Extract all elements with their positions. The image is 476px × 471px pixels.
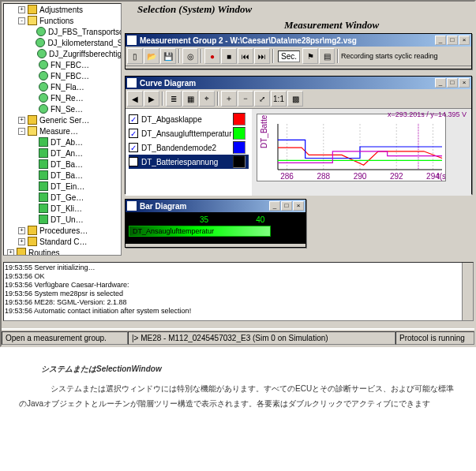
service-icon — [39, 215, 48, 224]
status-line: 19:53:56 Verfügbare Caesar-Hardware: — [5, 281, 472, 290]
record-icon[interactable]: ● — [204, 48, 220, 64]
signal-row[interactable]: ✓DT_Abgasklappe — [129, 112, 249, 126]
tree-item[interactable]: +Generic Ser… — [4, 114, 121, 125]
tree-item[interactable]: +Procedures… — [4, 225, 121, 236]
bar-titlebar[interactable]: Bar Diagram _ □ × — [126, 200, 305, 212]
measurement-titlebar[interactable]: Measurement Group 2 - W:\Caesar\Data\me2… — [126, 34, 471, 47]
close-button[interactable]: × — [293, 201, 304, 211]
zoom-100-icon[interactable]: 1:1 — [271, 91, 287, 107]
tree-item[interactable]: -Functions — [4, 15, 121, 26]
tree-item[interactable]: DT_Kli… — [4, 203, 121, 214]
curve-diagram-window[interactable]: Curve Diagram _ □ × ◀ ▶ ≣ ▦ ⌖ ＋ － ⤢ 1:1 — [125, 76, 472, 194]
zoom-out-icon[interactable]: － — [238, 91, 253, 107]
checkbox[interactable]: ✓ — [129, 143, 138, 152]
signal-row[interactable]: ✓DT_Ansauglufttemperatur — [129, 126, 249, 140]
tree-item[interactable]: DT_Ein… — [4, 181, 121, 192]
tree-item[interactable]: DJ_FBS_Transportschutz… — [4, 26, 121, 37]
tree-label: DJ_FBS_Transportschutz… — [48, 28, 121, 36]
maximize-button[interactable]: □ — [281, 201, 292, 211]
minimize-button[interactable]: _ — [269, 201, 280, 211]
tree-expander[interactable]: - — [18, 128, 25, 135]
tree-item[interactable]: DT_Ba… — [4, 170, 121, 181]
tree-item[interactable]: DJ_Zugriffsberechtigung — [4, 48, 121, 59]
maximize-button[interactable]: □ — [447, 36, 458, 45]
tree-item[interactable]: FN_Fla… — [4, 81, 121, 92]
ecu-button[interactable]: |> ME28 - M112_0245457032_E3 (Sim 0 on S… — [128, 331, 395, 345]
tree-expander[interactable]: + — [18, 227, 25, 234]
rewind-icon[interactable]: ⏮ — [238, 48, 253, 64]
nav-back-icon[interactable]: ◀ — [127, 91, 143, 107]
signal-row[interactable]: DT_Batteriespannung — [129, 155, 249, 169]
curve-titlebar[interactable]: Curve Diagram _ □ × — [126, 77, 471, 89]
tree-item[interactable]: +Standard C… — [4, 236, 121, 247]
close-button[interactable]: × — [459, 36, 470, 45]
props-icon[interactable]: ▦ — [182, 91, 198, 107]
tree-item[interactable]: FN_Re… — [4, 92, 121, 103]
forward-icon[interactable]: ⏭ — [254, 48, 270, 64]
tree-item[interactable]: +Routines — [4, 247, 121, 256]
bar-diagram-window[interactable]: Bar Diagram _ □ × 35 40 DT_Ansauglufttem… — [125, 199, 306, 248]
tree-item[interactable]: DJ_kilometerstand_Seit_Fe… — [4, 37, 121, 48]
signal-color-swatch[interactable] — [233, 141, 245, 154]
tree-item[interactable]: DT_Ab… — [4, 136, 121, 148]
nav-fwd-icon[interactable]: ▶ — [144, 91, 159, 107]
tree-expander[interactable]: + — [18, 117, 25, 124]
signal-list[interactable]: ✓DT_Abgasklappe✓DT_Ansauglufttemperatur✓… — [126, 109, 252, 196]
status-line: 19:53:56 Automatic contact initiation af… — [5, 307, 472, 316]
folder-icon — [28, 237, 37, 246]
signal-row[interactable]: ✓DT_Bandendemode2 — [129, 140, 249, 155]
tree-expander[interactable]: + — [7, 249, 14, 256]
tree-item[interactable]: FN_FBC… — [4, 70, 121, 81]
tree-item[interactable]: +Adjustments — [4, 4, 121, 15]
tree-expander[interactable]: - — [18, 17, 25, 24]
tree-label: DT_Kli… — [51, 204, 82, 213]
scrollbar-vertical[interactable] — [462, 263, 473, 320]
checkbox[interactable]: ✓ — [129, 114, 138, 124]
tree-label: Standard C… — [39, 237, 88, 246]
curve-title-icon — [127, 78, 137, 88]
tree-expander[interactable]: + — [18, 6, 25, 13]
tree-label: DT_Un… — [51, 215, 84, 224]
tree-item[interactable]: DT_Ge… — [4, 192, 121, 203]
grid-icon[interactable]: ▩ — [287, 91, 303, 107]
cursor-icon[interactable]: ⌖ — [199, 91, 215, 107]
zoom-in-icon[interactable]: ＋ — [221, 91, 237, 107]
open-icon[interactable]: 📂 — [144, 48, 159, 64]
zoom-fit-icon[interactable]: ⤢ — [254, 91, 270, 107]
curve-chart[interactable]: x=293.201s / y=14.395 V 286288290292294t… — [252, 109, 471, 196]
tree-item[interactable]: FN_FBC… — [4, 59, 121, 70]
checkbox[interactable]: ✓ — [129, 129, 138, 138]
checkbox[interactable] — [129, 157, 138, 166]
maximize-button[interactable]: □ — [447, 78, 458, 88]
signal-color-swatch[interactable] — [233, 155, 245, 168]
protocol-status: Protocol is running — [395, 331, 474, 345]
tree-label: Routines — [28, 249, 59, 256]
tree-item[interactable]: DT_Un… — [4, 214, 121, 225]
minimize-button[interactable]: _ — [435, 78, 446, 88]
tree-item[interactable]: DT_An… — [4, 148, 121, 159]
status-window[interactable]: 19:53:55 Server initializing…19:53:56 OK… — [3, 262, 474, 321]
status-line: 19:53:56 ME28: SGML-Version: 2.1.88 — [5, 298, 472, 307]
stop-icon[interactable]: ■ — [221, 48, 237, 64]
tree-expander[interactable]: + — [18, 238, 25, 245]
camera-icon[interactable]: ◎ — [182, 48, 198, 64]
signal-color-swatch[interactable] — [233, 127, 245, 140]
sheet-icon[interactable]: ▤ — [319, 48, 335, 64]
minimize-button[interactable]: _ — [435, 36, 446, 45]
status-hint: Open a measurement group. — [2, 331, 128, 345]
folder-icon — [28, 5, 37, 14]
flag-icon[interactable]: ⚑ — [302, 48, 318, 64]
lines-icon[interactable]: ≣ — [166, 91, 182, 107]
tree-item[interactable]: DT_Ba… — [4, 159, 121, 170]
selection-tree-panel[interactable]: +Adjustments-FunctionsDJ_FBS_Transportsc… — [3, 3, 122, 256]
tree-item[interactable]: FN_Se… — [4, 103, 121, 114]
close-button[interactable]: × — [459, 78, 470, 88]
new-icon[interactable]: ▯ — [127, 48, 143, 64]
measurement-title-icon — [127, 36, 137, 45]
service-icon — [39, 193, 48, 202]
signal-color-swatch[interactable] — [233, 113, 245, 125]
service-icon — [39, 181, 48, 191]
measurement-group-window[interactable]: Measurement Group 2 - W:\Caesar\Data\me2… — [125, 33, 472, 69]
tree-item[interactable]: -Measure… — [4, 125, 121, 136]
save-icon[interactable]: 💾 — [160, 48, 176, 64]
